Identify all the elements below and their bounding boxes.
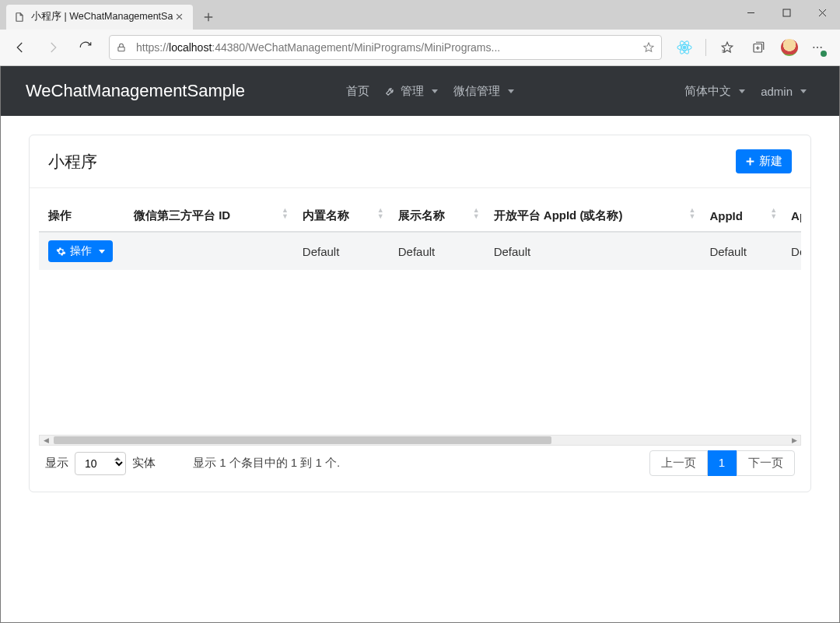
cell-open-platform-appid: Default bbox=[485, 232, 701, 270]
caret-down-icon bbox=[508, 89, 514, 93]
table-scroll[interactable]: 操作 微信第三方平台 ID▲▼ 内置名称▲▼ 展示名称▲▼ 开放平台 AppId… bbox=[39, 201, 801, 435]
nav-language[interactable]: 简体中文 bbox=[684, 84, 745, 99]
page-1-button[interactable]: 1 bbox=[708, 450, 737, 476]
tab-strip: 小程序 | WeChatManagementSa bbox=[0, 0, 840, 30]
notification-dot bbox=[821, 51, 827, 57]
card-footer: 显示 10 实体 显示 1 个条目中的 1 到 1 个. 上一页 1 下一页 bbox=[39, 446, 801, 485]
col-open-platform-appid[interactable]: 开放平台 AppId (或名称)▲▼ bbox=[485, 201, 701, 232]
pagination: 上一页 1 下一页 bbox=[649, 450, 795, 476]
table-info: 显示 1 个条目中的 1 到 1 个. bbox=[193, 456, 340, 471]
page-size-select[interactable]: 10 bbox=[75, 452, 126, 475]
favorites-list-icon[interactable] bbox=[714, 34, 740, 61]
tab-title: 小程序 | WeChatManagementSa bbox=[31, 10, 173, 23]
col-third-party-platform-id[interactable]: 微信第三方平台 ID▲▼ bbox=[124, 201, 293, 232]
close-window-button[interactable] bbox=[804, 0, 840, 25]
svg-point-8 bbox=[817, 47, 818, 48]
nav-language-label: 简体中文 bbox=[684, 84, 731, 99]
svg-point-2 bbox=[683, 46, 686, 49]
url-host: localhost bbox=[169, 41, 212, 54]
prev-page-button[interactable]: 上一页 bbox=[649, 450, 708, 476]
nav-wechat-manage[interactable]: 微信管理 bbox=[453, 84, 514, 99]
viewport: WeChatManagementSample 首页 管理 微信管理 简体中文 a… bbox=[0, 66, 840, 623]
nav-manage-label: 管理 bbox=[401, 84, 424, 99]
browser-toolbar: https://localhost:44380/WeChatManagement… bbox=[0, 30, 840, 65]
svg-point-7 bbox=[813, 47, 814, 48]
react-devtools-icon[interactable] bbox=[671, 34, 698, 61]
caret-down-icon bbox=[800, 89, 807, 93]
cell-builtin-name: Default bbox=[293, 232, 389, 270]
back-button[interactable] bbox=[6, 33, 34, 61]
card-body: 操作 微信第三方平台 ID▲▼ 内置名称▲▼ 展示名称▲▼ 开放平台 AppId… bbox=[30, 188, 810, 492]
page-title: 小程序 bbox=[48, 151, 97, 173]
nav-manage[interactable]: 管理 bbox=[385, 84, 438, 99]
nav-wechat-label: 微信管理 bbox=[453, 84, 500, 99]
svg-point-9 bbox=[821, 47, 822, 48]
sort-icon: ▲▼ bbox=[688, 207, 695, 219]
plus-icon bbox=[745, 156, 755, 166]
sort-icon: ▲▼ bbox=[473, 207, 480, 219]
cell-appid: Default bbox=[700, 232, 782, 270]
sort-icon: ▲▼ bbox=[377, 207, 384, 219]
sort-icon: ▲▼ bbox=[282, 207, 289, 219]
svg-rect-1 bbox=[118, 47, 124, 51]
scrollbar-thumb[interactable] bbox=[54, 436, 551, 444]
refresh-button[interactable] bbox=[72, 33, 100, 61]
brand[interactable]: WeChatManagementSample bbox=[26, 81, 245, 101]
profile-avatar[interactable] bbox=[776, 34, 803, 61]
col-appsecret[interactable]: AppSecret▲▼ bbox=[782, 201, 801, 232]
col-builtin-name[interactable]: 内置名称▲▼ bbox=[293, 201, 389, 232]
nav-user[interactable]: admin bbox=[761, 85, 807, 98]
gear-icon bbox=[56, 247, 66, 257]
new-tab-button[interactable] bbox=[196, 5, 221, 30]
cell-third-party-platform-id bbox=[124, 232, 293, 270]
next-page-button[interactable]: 下一页 bbox=[737, 450, 795, 476]
svg-rect-0 bbox=[783, 9, 790, 16]
app-navbar: WeChatManagementSample 首页 管理 微信管理 简体中文 a… bbox=[1, 66, 839, 116]
nav-user-label: admin bbox=[761, 85, 793, 98]
entities-label: 实体 bbox=[132, 456, 156, 471]
row-action-label: 操作 bbox=[70, 244, 92, 258]
address-bar[interactable]: https://localhost:44380/WeChatManagement… bbox=[109, 35, 662, 60]
forward-button[interactable] bbox=[39, 33, 67, 61]
page-icon bbox=[14, 12, 25, 23]
favorite-icon[interactable] bbox=[642, 41, 655, 54]
caret-down-icon bbox=[99, 250, 105, 254]
col-appid[interactable]: AppId▲▼ bbox=[700, 201, 782, 232]
scroll-right-icon[interactable]: ▶ bbox=[788, 436, 800, 445]
cell-display-name: Default bbox=[389, 232, 485, 270]
cell-appsecret: Default bbox=[782, 232, 801, 270]
data-table: 操作 微信第三方平台 ID▲▼ 内置名称▲▼ 展示名称▲▼ 开放平台 AppId… bbox=[39, 201, 801, 270]
table-row: 操作 Default Default Default Default Defau… bbox=[39, 232, 801, 270]
wrench-icon bbox=[385, 86, 396, 96]
sort-icon: ▲▼ bbox=[770, 207, 777, 219]
nav-home[interactable]: 首页 bbox=[346, 84, 369, 99]
divider bbox=[705, 39, 706, 56]
browser-tab[interactable]: 小程序 | WeChatManagementSa bbox=[6, 5, 193, 30]
new-button[interactable]: 新建 bbox=[736, 149, 792, 173]
url-path: :44380/WeChatManagement/MiniPrograms/Min… bbox=[212, 41, 500, 54]
caret-down-icon bbox=[739, 89, 745, 93]
horizontal-scrollbar[interactable]: ◀ ▶ bbox=[39, 435, 801, 446]
show-label: 显示 bbox=[45, 456, 68, 471]
maximize-button[interactable] bbox=[768, 0, 804, 25]
card-header: 小程序 新建 bbox=[30, 135, 810, 188]
caret-down-icon bbox=[432, 89, 438, 93]
page-body: 小程序 新建 操作 微信第三方平台 ID▲▼ 内置名称▲▼ 展示名称 bbox=[1, 116, 839, 622]
url-text: https://localhost:44380/WeChatManagement… bbox=[136, 41, 636, 54]
lock-icon bbox=[116, 42, 130, 53]
page-size-wrapper: 10 bbox=[75, 452, 126, 475]
col-actions[interactable]: 操作 bbox=[39, 201, 124, 232]
close-tab-icon[interactable] bbox=[173, 11, 185, 23]
more-menu-icon[interactable] bbox=[807, 34, 834, 61]
collections-icon[interactable] bbox=[745, 34, 772, 61]
row-action-button[interactable]: 操作 bbox=[48, 240, 113, 262]
window-controls bbox=[733, 0, 840, 25]
table-header-row: 操作 微信第三方平台 ID▲▼ 内置名称▲▼ 展示名称▲▼ 开放平台 AppId… bbox=[39, 201, 801, 232]
new-button-label: 新建 bbox=[759, 154, 782, 169]
minimize-button[interactable] bbox=[733, 0, 768, 25]
url-scheme: https:// bbox=[136, 41, 169, 54]
col-display-name[interactable]: 展示名称▲▼ bbox=[389, 201, 485, 232]
scroll-left-icon[interactable]: ◀ bbox=[40, 436, 52, 445]
card: 小程序 新建 操作 微信第三方平台 ID▲▼ 内置名称▲▼ 展示名称 bbox=[29, 135, 811, 492]
browser-chrome: 小程序 | WeChatManagementSa bbox=[0, 0, 840, 66]
